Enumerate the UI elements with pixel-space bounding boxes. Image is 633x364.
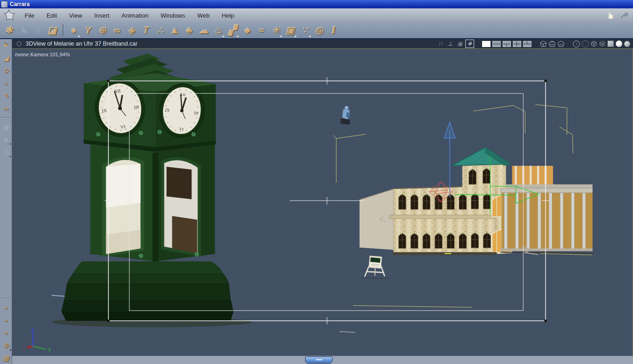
rotate-tool-icon[interactable]: ↻ [0,64,12,77]
layout-l-pane-icon[interactable] [523,41,531,47]
fire-object-icon[interactable]: ♨ [211,23,225,37]
app-icon [1,1,8,8]
group-object-icon[interactable]: ∵ [298,23,312,37]
text-object-icon[interactable]: T [139,23,153,37]
plant-object-icon[interactable]: ♣ [182,23,197,37]
menu-file[interactable]: File [19,12,41,19]
shaded-mode-icon[interactable] [607,40,614,47]
working-box-tool-icon[interactable]: ▦ [0,351,12,364]
object-toolbar: ✱ ☛ Ϟ ◪ ● Y ⊕ ∞ ◈ T ∴ ▲ ♣ ☁ ♨ ▞ ◆ ≈ ☀ ▣ … [0,22,633,39]
svg-text:III: III [194,110,198,115]
spray-paint-icon[interactable]: ∷ [436,40,444,47]
left-toolbar-divider [1,117,11,118]
axis-indicator: Z Y x [23,328,52,353]
dolly-tool-icon[interactable]: + [0,301,12,314]
menu-help[interactable]: Help [216,12,240,19]
svg-text:x: x [23,347,25,351]
left-toolbar-divider-2 [1,298,11,298]
camera-label: meine Kamera 101,94% [15,52,70,57]
toolbar-separator [63,24,63,36]
compound-icon[interactable]: ❖ [466,40,474,47]
3d-scene[interactable]: XII III VI IX XII III VI I [12,49,633,356]
preview-mode-icon[interactable] [616,40,622,47]
bone-object-icon[interactable]: I [327,23,341,37]
bank-camera-tool-icon[interactable]: + [0,326,12,339]
particles-object-icon[interactable]: ∴ [153,23,168,37]
carrara-logo-icon [2,9,16,21]
pan-hand-tool-icon[interactable]: ☛ [16,23,31,37]
wire-cube-icon[interactable] [591,40,597,47]
left-tool-column: ➤ ◢ ↻ ○ ✎ ∞ ▣ ☛ Q + + + ⊕ ▦ [0,39,12,364]
trackball-tool-icon[interactable]: ⊕ [0,339,12,351]
zoom-tool-icon[interactable]: Q [0,146,12,158]
layout-split-horizontal-icon[interactable] [492,41,501,47]
menubar: File Edit View Insert Animation Windows … [0,8,633,23]
camera-pan-tool-icon[interactable]: ▣ [0,121,12,133]
light-object-icon[interactable]: ☀ [269,23,283,37]
layout-three-pane-icon[interactable] [503,41,511,47]
figure-object[interactable] [340,106,351,125]
draw-tool-icon[interactable]: ✎ [0,89,12,102]
select-tool-icon[interactable]: ➤ [0,39,12,52]
hand-tool-icon[interactable]: ☛ [0,133,12,146]
building[interactable] [360,147,592,255]
cloud-object-icon[interactable]: ☁ [197,23,211,37]
viewport-titlebar[interactable]: 3DView of Melanie an Uhr 37 Breitband.ca… [12,39,633,49]
camera-object-icon[interactable]: ▣ [283,23,298,37]
metaball-object-icon[interactable]: ∞ [110,23,124,37]
spline-object-icon[interactable]: ◈ [124,23,139,37]
menu-animation[interactable]: Animation [116,12,155,19]
orbit-view-icon[interactable]: ↑ [573,40,580,47]
link-tool-icon[interactable]: ∞ [0,102,12,115]
svg-text:Y: Y [48,347,52,353]
svg-text:Z: Z [31,328,34,333]
menu-view[interactable]: View [63,12,88,19]
film-camera-icon[interactable]: ▣ [456,40,464,47]
geodesic-object-icon[interactable]: ⊕ [95,23,110,37]
window-titlebar[interactable]: Carrara [0,0,633,8]
viewport-collapse-icon[interactable] [17,41,21,46]
menu-windows[interactable]: Windows [155,12,191,19]
pan-camera-tool-icon[interactable]: + [0,314,12,326]
sphere-primitive-icon[interactable]: ● [67,23,81,37]
fountain-object-icon[interactable]: ◆ [240,23,254,37]
wireframe-mode-icon[interactable] [599,40,606,47]
wrench-tool-icon[interactable]: Ϟ [31,23,45,37]
window-title: Carrara [10,1,30,7]
svg-text:VI: VI [120,124,126,130]
working-box-dome-icon[interactable] [558,40,565,47]
textured-mode-icon[interactable] [624,41,630,47]
svg-text:IX: IX [102,108,107,114]
working-box-faces-icon[interactable] [540,40,547,47]
ocean-object-icon[interactable]: ≈ [254,23,269,37]
target-helper-icon[interactable]: ◎ [312,23,327,37]
vertex-object-icon[interactable]: Y [81,23,95,37]
menu-edit[interactable]: Edit [41,12,63,19]
scale-tool-icon[interactable]: ○ [0,77,12,89]
layout-single-pane-icon[interactable] [482,41,490,47]
node-tree-icon[interactable]: ⊥ [446,40,454,47]
stamp-tool-icon[interactable]: ◪ [45,23,60,37]
svg-text:III: III [134,104,139,110]
svg-text:IX: IX [165,108,170,113]
layout-four-pane-icon[interactable] [513,41,521,47]
joint-rotate-tool-icon[interactable]: ✱ [2,23,16,37]
menu-insert[interactable]: Insert [88,12,116,19]
easel-sign[interactable] [365,256,385,277]
dotted-sphere-icon[interactable] [582,40,589,47]
svg-text:VI: VI [179,127,184,132]
viewport-title: 3DView of Melanie an Uhr 37 Breitband.ca… [26,40,137,47]
viewport-canvas[interactable]: meine Kamera 101,94% [12,48,633,356]
hand-icon[interactable]: ☛ [606,12,616,19]
rock-object-icon[interactable]: ▞ [225,23,240,37]
move-tool-icon[interactable]: ◢ [0,52,12,64]
terrain-object-icon[interactable]: ▲ [168,23,182,37]
working-box-grid-icon[interactable] [549,40,556,47]
menu-web[interactable]: Web [191,12,216,19]
wrench-icon[interactable] [619,11,628,20]
viewport-window: 3DView of Melanie an Uhr 37 Breitband.ca… [12,39,633,356]
horizontal-scrollbar[interactable] [12,356,633,364]
scrollbar-thumb[interactable] [305,357,333,364]
